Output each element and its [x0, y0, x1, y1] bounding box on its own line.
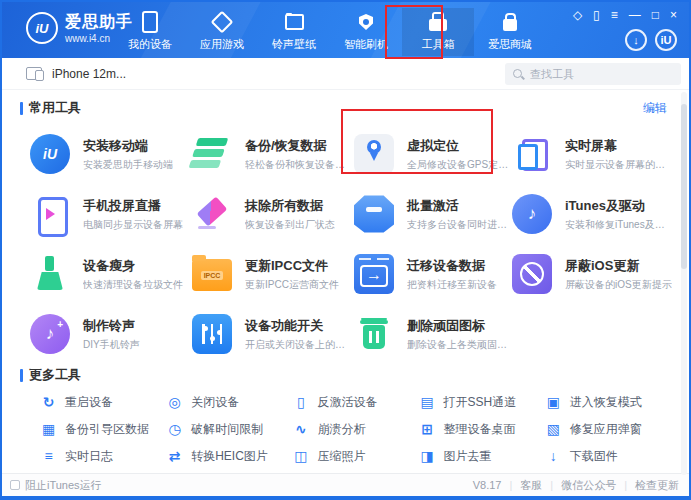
- tool-card[interactable]: 批量激活支持多台设备同时进行激活: [354, 184, 512, 244]
- tool-card[interactable]: 设备功能开关开启或关闭设备上的辅助...: [192, 304, 354, 364]
- device-selector[interactable]: iPhone 12m...: [26, 67, 126, 81]
- tool-title: 设备瘦身: [83, 257, 183, 275]
- gem-icon[interactable]: ◇: [573, 8, 582, 22]
- section-accent-bar: [20, 102, 23, 115]
- device-bar: iPhone 12m... 查找工具: [2, 58, 689, 90]
- tool-card[interactable]: 删除顽固图标删除设备上各类顽固图标: [354, 304, 512, 364]
- tool-title: 备份/恢复数据: [245, 137, 354, 155]
- i4-logo-icon[interactable]: iU: [655, 29, 677, 51]
- recovery-mode-icon: ▣: [545, 394, 562, 411]
- nav-item-folder-music[interactable]: 铃声壁纸: [258, 8, 330, 56]
- more-tool-item[interactable]: ⇄转换HEIC图片: [166, 447, 292, 465]
- more-tool-item[interactable]: ◫压缩照片: [292, 447, 418, 465]
- close-icon[interactable]: ×: [670, 8, 677, 22]
- content-area: 常用工具 编辑 iU安装移动端安装爱思助手移动端备份/恢复数据轻松备份和恢复设备…: [2, 90, 689, 473]
- reboot-icon: ↻: [40, 394, 57, 411]
- edit-link[interactable]: 编辑: [643, 100, 667, 117]
- tool-card[interactable]: 虚拟定位全局修改设备GPS定位信息: [354, 124, 512, 184]
- more-tool-label: 崩溃分析: [317, 421, 365, 438]
- nav-item-phone[interactable]: 我的设备: [114, 8, 186, 56]
- more-tool-item[interactable]: ↓下载固件: [545, 447, 671, 465]
- device-icon: [26, 67, 44, 81]
- download-manager-icon[interactable]: ↓: [625, 29, 647, 51]
- minimize-icon[interactable]: —: [629, 8, 641, 22]
- more-tool-label: 关闭设备: [191, 394, 239, 411]
- device-name: iPhone 12m...: [52, 67, 126, 81]
- tool-card[interactable]: IPCC更新IPCC文件更新IPCC运营商文件: [192, 244, 354, 304]
- scrollbar-thumb[interactable]: [681, 104, 687, 269]
- tool-card[interactable]: 设备瘦身快速清理设备垃圾文件: [30, 244, 192, 304]
- more-tool-label: 图片去重: [444, 448, 492, 465]
- more-tool-item[interactable]: ◨图片去重: [419, 447, 545, 465]
- block-itunes-checkbox[interactable]: 阻止iTunes运行: [10, 478, 102, 493]
- ssh-channel-icon: ▤: [419, 394, 436, 411]
- tool-subtitle: DIY手机铃声: [83, 338, 140, 352]
- tool-card[interactable]: →迁移设备数据把资料迁移至新设备: [354, 244, 512, 304]
- topbar-circle-buttons: ↓iU: [625, 29, 677, 51]
- menu-icon[interactable]: ≡: [611, 8, 618, 22]
- footer-link[interactable]: 检查更新: [635, 478, 679, 493]
- time-limit-icon: ◷: [166, 421, 183, 438]
- common-tools-header: 常用工具 编辑: [20, 98, 671, 118]
- broom-icon: [30, 254, 70, 294]
- footer-link[interactable]: 微信公众号: [561, 478, 616, 493]
- footer-link[interactable]: 客服: [520, 478, 542, 493]
- more-tool-item[interactable]: ⊞整理设备桌面: [419, 420, 545, 438]
- nav-item-bag[interactable]: 爱思商城: [474, 8, 546, 56]
- more-tool-item[interactable]: ▦备份引导区数据: [40, 420, 166, 438]
- tool-title: 实时屏幕: [565, 137, 674, 155]
- more-tool-label: 修复应用弹窗: [570, 421, 642, 438]
- folder-music-icon: [284, 12, 304, 32]
- scrollbar-track[interactable]: [681, 92, 687, 475]
- more-tool-item[interactable]: ◎关闭设备: [166, 393, 292, 411]
- tool-card[interactable]: 抹除所有数据恢复设备到出厂状态: [192, 184, 354, 244]
- tool-card[interactable]: iU安装移动端安装爱思助手移动端: [30, 124, 192, 184]
- more-tool-item[interactable]: ▧修复应用弹窗: [545, 420, 671, 438]
- device-frame-icon[interactable]: ▯: [593, 8, 600, 22]
- itunes-note-icon: ♪: [512, 194, 552, 234]
- ringtone-note-icon: ♪: [30, 314, 70, 354]
- tool-title: 批量激活: [407, 197, 512, 215]
- more-tool-label: 转换HEIC图片: [191, 448, 268, 465]
- separator: |: [550, 479, 553, 491]
- tool-card[interactable]: 备份/恢复数据轻松备份和恢复设备的资料: [192, 124, 354, 184]
- tool-card[interactable]: ♪制作铃声DIY手机铃声: [30, 304, 192, 364]
- more-tool-label: 破解时间限制: [191, 421, 263, 438]
- more-tool-item[interactable]: ∿崩溃分析: [292, 420, 418, 438]
- more-tool-item[interactable]: ↻重启设备: [40, 393, 166, 411]
- search-icon: [513, 69, 524, 80]
- section-accent-bar: [20, 369, 23, 382]
- nav-label: 铃声壁纸: [272, 37, 316, 52]
- eraser-icon: [192, 194, 232, 234]
- tool-subtitle: 开启或关闭设备上的辅助...: [245, 338, 354, 352]
- phone-cast-icon: [30, 194, 70, 234]
- fix-popup-icon: ▧: [545, 421, 562, 438]
- more-tool-item[interactable]: ▣进入恢复模式: [545, 393, 671, 411]
- tool-title: 手机投屏直播: [83, 197, 183, 215]
- tool-title: 更新IPCC文件: [245, 257, 339, 275]
- nav-item-toolbox[interactable]: 工具箱: [402, 8, 474, 56]
- nav-item-shield[interactable]: 智能刷机: [330, 8, 402, 56]
- tool-subtitle: 恢复设备到出厂状态: [245, 218, 335, 232]
- boot-backup-icon: ▦: [40, 421, 57, 438]
- toolbox-icon: [428, 12, 448, 32]
- more-tool-item[interactable]: ≡实时日志: [40, 447, 166, 465]
- nav-item-cube[interactable]: 应用游戏: [186, 8, 258, 56]
- more-tool-item[interactable]: ▯反激活设备: [292, 393, 418, 411]
- more-tool-item[interactable]: ◷破解时间限制: [166, 420, 292, 438]
- ios-block-icon: [512, 254, 552, 294]
- tool-card[interactable]: 屏蔽iOS更新屏蔽设备的iOS更新提示: [512, 244, 674, 304]
- search-input[interactable]: 查找工具: [505, 63, 681, 85]
- search-placeholder: 查找工具: [530, 67, 574, 82]
- tool-card[interactable]: ♪iTunes及驱动安装和修复iTunes及驱动: [512, 184, 674, 244]
- tool-card[interactable]: 实时屏幕实时显示设备屏幕的画面: [512, 124, 674, 184]
- more-tool-label: 整理设备桌面: [444, 421, 516, 438]
- heic-convert-icon: ⇄: [166, 448, 183, 465]
- tool-card[interactable]: 手机投屏直播电脑同步显示设备屏幕: [30, 184, 192, 244]
- maximize-icon[interactable]: □: [652, 8, 659, 22]
- trash-icon: [354, 314, 394, 354]
- more-tool-item[interactable]: ▤打开SSH通道: [419, 393, 545, 411]
- image-dedupe-icon: ◨: [419, 448, 436, 465]
- tool-subtitle: 支持多台设备同时进行激活: [407, 218, 512, 232]
- nav-label: 我的设备: [128, 37, 172, 52]
